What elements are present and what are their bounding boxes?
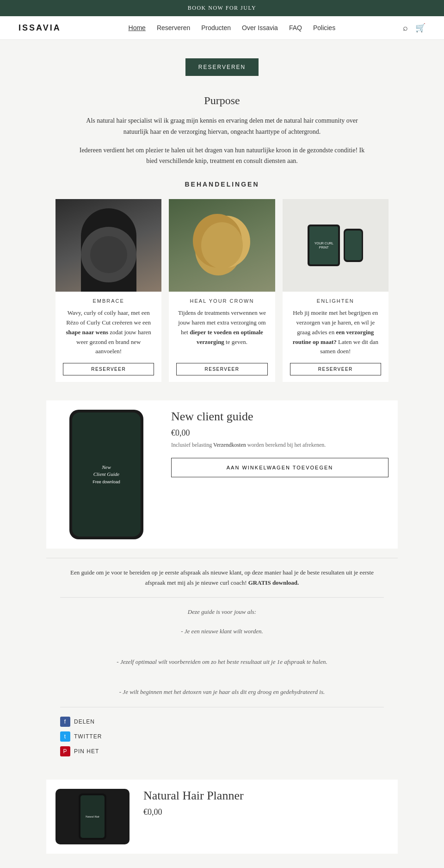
embrace-title: EMBRACE [63,298,154,304]
enlighten-text: Heb jij moeite met het begrijpen en verz… [290,308,381,356]
product1-list: Deze guide is voor jouw als: - Je een ni… [60,607,384,697]
divider1 [60,597,384,598]
enlighten-reserveer-button[interactable]: RESERVEER [290,363,381,375]
purpose-paragraph-2: Iedereen verdient het om plezier te hale… [74,145,370,167]
embrace-image [56,199,161,292]
enlighten-image: YOUR CURL PRINT [283,199,388,292]
product2-image: Natural Hair [56,789,130,844]
nav-over[interactable]: Over Issavia [242,24,278,31]
nav-policies[interactable]: Policies [313,24,335,31]
heal-text: Tijdens de treatments verwennen we jouw … [176,308,267,356]
behandelingen-heading: BEHANDELINGEN [56,181,388,188]
product1-title: New client guide [171,410,388,424]
add-to-cart-button[interactable]: AAN WINKELWAGEN TOEVOEGEN [171,458,388,477]
heal-image [169,199,275,292]
product1-description: Een guide om je voor te bereiden op je e… [46,558,398,770]
card-embrace: EMBRACE Wavy, curly of coily haar, met e… [56,199,161,382]
hero-reserveren-button[interactable]: RESERVEREN [185,58,259,76]
product2-price: €0,00 [143,807,388,817]
search-icon[interactable]: ⌕ [403,23,408,33]
embrace-reserveer-button[interactable]: RESERVEER [63,363,154,375]
product1-section: NewClient Guide Free download New client… [46,400,398,549]
share-section: f DELEN t TWITTER P PIN HET [60,717,384,756]
product1-info: New client guide €0,00 Inclusief belasti… [171,410,388,487]
purpose-heading: Purpose [74,94,370,107]
banner-text: BOOK NOW FOR JULY [188,5,256,11]
heal-reserveer-button[interactable]: RESERVEER [176,363,267,375]
tablet-mock: YOUR CURL PRINT [308,225,340,266]
purpose-paragraph-1: Als natural hair specialist wil ik graag… [74,115,370,137]
twitter-share-button[interactable]: t TWITTER [60,731,384,742]
divider2 [60,707,384,707]
card-body-embrace: EMBRACE Wavy, curly of coily haar, met e… [56,292,161,382]
pinterest-icon: P [60,746,70,756]
nav-producten[interactable]: Producten [201,24,231,31]
purpose-section: Purpose Als natural hair specialist wil … [60,94,384,167]
nav-right: ⌕ 🛒 [403,23,426,33]
pinterest-label: PIN HET [74,748,99,755]
nav-links: Home Reserveren Producten Over Issavia F… [129,24,336,31]
product1-phone-screen: NewClient Guide Free download [72,412,141,537]
cart-icon[interactable]: 🛒 [415,23,426,33]
hero-section: RESERVEREN [0,40,444,81]
main-nav: ISSAVIA Home Reserveren Producten Over I… [0,16,444,40]
facebook-share-button[interactable]: f DELEN [60,717,384,727]
product1-phone-label: NewClient Guide Free download [92,464,120,485]
twitter-label: TWITTER [74,733,102,740]
pinterest-share-button[interactable]: P PIN HET [60,746,384,756]
product1-verzendkosten-link[interactable]: Verzendkosten [213,442,246,448]
product1-phone-mock: NewClient Guide Free download [69,410,143,539]
product2-section: Natural Hair Natural Hair Planner €0,00 [46,780,398,854]
product1-tax: Inclusief belasting Verzendkosten worden… [171,442,388,449]
twitter-icon: t [60,731,70,742]
enlighten-title: ENLIGHTEN [290,298,381,304]
cards-grid: EMBRACE Wavy, curly of coily haar, met e… [56,199,388,382]
top-banner: BOOK NOW FOR JULY [0,0,444,16]
facebook-label: DELEN [74,718,95,725]
product2-info: Natural Hair Planner €0,00 [143,789,388,821]
card-body-heal: HEAL YOUR CROWN Tijdens de treatments ve… [169,292,275,382]
heal-title: HEAL YOUR CROWN [176,298,267,304]
nav-reserveren[interactable]: Reserveren [157,24,190,31]
card-body-enlighten: ENLIGHTEN Heb jij moeite met het begrijp… [283,292,388,382]
phone-screen [345,231,362,260]
tablet-screen: YOUR CURL PRINT [309,226,338,264]
phone-mock [344,229,363,262]
facebook-icon: f [60,717,70,727]
nav-home[interactable]: Home [129,24,146,31]
logo[interactable]: ISSAVIA [18,23,61,33]
behandelingen-section: BEHANDELINGEN EMBRACE Wavy, curly of coi… [46,181,398,382]
product2-title: Natural Hair Planner [143,789,388,803]
product1-desc-main: Een guide om je voor te bereiden op je e… [60,568,384,588]
card-enlighten: YOUR CURL PRINT ENLIGHTEN Heb jij moeite… [283,199,388,382]
nav-faq[interactable]: FAQ [289,24,302,31]
embrace-text: Wavy, curly of coily haar, met een Rëzo … [63,308,154,356]
card-heal: HEAL YOUR CROWN Tijdens de treatments ve… [169,199,275,382]
product1-price: €0,00 [171,428,388,438]
product1-image-col: NewClient Guide Free download [56,410,157,539]
